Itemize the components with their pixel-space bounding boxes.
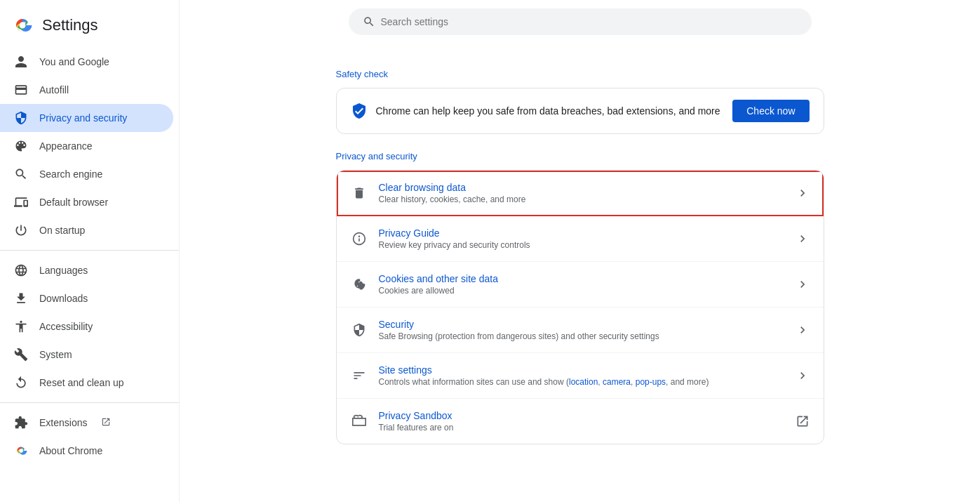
sidebar-item-label: Accessibility	[39, 321, 93, 332]
privacy-item-clear-browsing-data[interactable]: Clear browsing data Clear history, cooki…	[337, 171, 824, 216]
sidebar-item-downloads[interactable]: Downloads	[0, 284, 173, 312]
about-icon	[14, 444, 28, 458]
search-icon	[363, 15, 375, 28]
sidebar-item-you-and-google[interactable]: You and Google	[0, 48, 173, 76]
sidebar-item-label: Autofill	[39, 84, 69, 95]
sidebar-item-accessibility[interactable]: Accessibility	[0, 312, 173, 341]
search-engine-icon	[14, 167, 28, 181]
sidebar-item-system[interactable]: System	[0, 341, 173, 369]
chrome-logo-icon	[11, 14, 34, 37]
privacy-item-desc: Review key privacy and security controls	[379, 240, 784, 250]
privacy-item-title: Security	[379, 319, 784, 330]
autofill-icon	[14, 83, 28, 97]
chevron-right-icon	[796, 232, 810, 246]
privacy-item-desc: Safe Browsing (protection from dangerous…	[379, 331, 784, 341]
privacy-item-content: Site settings Controls what information …	[379, 364, 784, 387]
sidebar-item-reset-and-clean[interactable]: Reset and clean up	[0, 369, 173, 397]
trash-icon	[351, 185, 368, 202]
app-title: Settings	[42, 16, 98, 34]
svg-point-3	[19, 449, 23, 453]
security-icon	[351, 322, 368, 338]
shield-icon	[14, 111, 28, 125]
sidebar-header: Settings	[0, 6, 179, 48]
sidebar-item-extensions[interactable]: Extensions	[0, 409, 173, 437]
sidebar-item-default-browser[interactable]: Default browser	[0, 188, 173, 216]
privacy-item-site-settings[interactable]: Site settings Controls what information …	[337, 353, 824, 399]
sidebar-item-autofill[interactable]: Autofill	[0, 76, 173, 104]
privacy-item-title: Clear browsing data	[379, 182, 784, 193]
main-content: Safety check Chrome can help keep you sa…	[180, 0, 980, 502]
extensions-icon	[14, 416, 28, 430]
chevron-right-icon	[796, 277, 810, 291]
cookies-icon	[351, 276, 368, 293]
privacy-security-list: Clear browsing data Clear history, cooki…	[336, 170, 824, 444]
privacy-item-privacy-sandbox[interactable]: Privacy Sandbox Trial features are on	[337, 399, 824, 444]
sidebar-item-label: Default browser	[39, 197, 108, 208]
accessibility-icon	[14, 319, 28, 333]
sidebar-item-search-engine[interactable]: Search engine	[0, 160, 173, 188]
search-input[interactable]	[381, 16, 798, 27]
chevron-right-icon	[796, 369, 810, 383]
privacy-security-title: Privacy and security	[336, 151, 824, 161]
search-bar	[349, 8, 812, 35]
sidebar-item-appearance[interactable]: Appearance	[0, 132, 173, 160]
privacy-sandbox-icon	[351, 413, 368, 430]
sidebar-item-on-startup[interactable]: On startup	[0, 216, 173, 244]
sidebar-item-about-chrome[interactable]: About Chrome	[0, 437, 173, 465]
person-icon	[14, 55, 28, 69]
privacy-item-desc: Trial features are on	[379, 423, 784, 432]
privacy-item-desc: Controls what information sites can use …	[379, 377, 784, 387]
sidebar-item-languages[interactable]: Languages	[0, 256, 173, 284]
sidebar-item-label: System	[39, 349, 72, 360]
sidebar-divider-2	[0, 402, 179, 403]
safety-check-title: Safety check	[336, 69, 824, 79]
site-settings-icon	[351, 367, 368, 384]
reset-icon	[14, 376, 28, 390]
sidebar-item-label: Downloads	[39, 293, 88, 304]
svg-point-5	[358, 235, 360, 237]
privacy-item-privacy-guide[interactable]: Privacy Guide Review key privacy and sec…	[337, 216, 824, 262]
chevron-right-icon	[796, 323, 810, 337]
safety-shield-icon	[351, 103, 368, 119]
sidebar-item-label: Reset and clean up	[39, 377, 124, 388]
privacy-item-content: Security Safe Browsing (protection from …	[379, 319, 784, 341]
sidebar-item-label: Appearance	[39, 140, 93, 152]
appearance-icon	[14, 139, 28, 153]
privacy-item-content: Clear browsing data Clear history, cooki…	[379, 182, 784, 204]
privacy-item-title: Cookies and other site data	[379, 273, 784, 284]
system-icon	[14, 348, 28, 362]
privacy-item-title: Site settings	[379, 364, 784, 376]
privacy-item-content: Privacy Guide Review key privacy and sec…	[379, 227, 784, 250]
chevron-right-icon	[796, 186, 810, 200]
privacy-item-content: Privacy Sandbox Trial features are on	[379, 410, 784, 432]
main-inner: Safety check Chrome can help keep you sa…	[314, 52, 847, 461]
sidebar-divider-1	[0, 250, 179, 251]
sidebar-item-label: About Chrome	[39, 445, 102, 456]
svg-rect-6	[358, 238, 360, 242]
sidebar-item-privacy-and-security[interactable]: Privacy and security	[0, 104, 173, 132]
safety-check-card: Chrome can help keep you safe from data …	[336, 88, 824, 134]
sidebar: Settings You and Google Autofill Privacy…	[0, 0, 180, 502]
sidebar-item-label: On startup	[39, 225, 85, 236]
privacy-item-title: Privacy Guide	[379, 227, 784, 239]
sidebar-item-label: Extensions	[39, 417, 87, 428]
privacy-item-cookies[interactable]: Cookies and other site data Cookies are …	[337, 262, 824, 308]
privacy-item-content: Cookies and other site data Cookies are …	[379, 273, 784, 296]
sidebar-item-label: You and Google	[39, 56, 109, 67]
privacy-guide-icon	[351, 230, 368, 247]
sidebar-item-label: Privacy and security	[39, 112, 127, 124]
search-bar-container	[180, 0, 980, 52]
sidebar-item-label: Search engine	[39, 169, 102, 180]
safety-card-left: Chrome can help keep you safe from data …	[351, 103, 720, 119]
check-now-button[interactable]: Check now	[732, 100, 809, 122]
privacy-item-desc: Clear history, cookies, cache, and more	[379, 194, 784, 204]
privacy-item-security[interactable]: Security Safe Browsing (protection from …	[337, 308, 824, 353]
startup-icon	[14, 223, 28, 237]
external-link-icon	[101, 417, 111, 429]
downloads-icon	[14, 291, 28, 305]
external-icon	[796, 414, 810, 428]
sidebar-item-label: Languages	[39, 265, 88, 276]
browser-icon	[14, 195, 28, 209]
svg-point-1	[20, 22, 26, 29]
safety-check-description: Chrome can help keep you safe from data …	[376, 105, 720, 117]
